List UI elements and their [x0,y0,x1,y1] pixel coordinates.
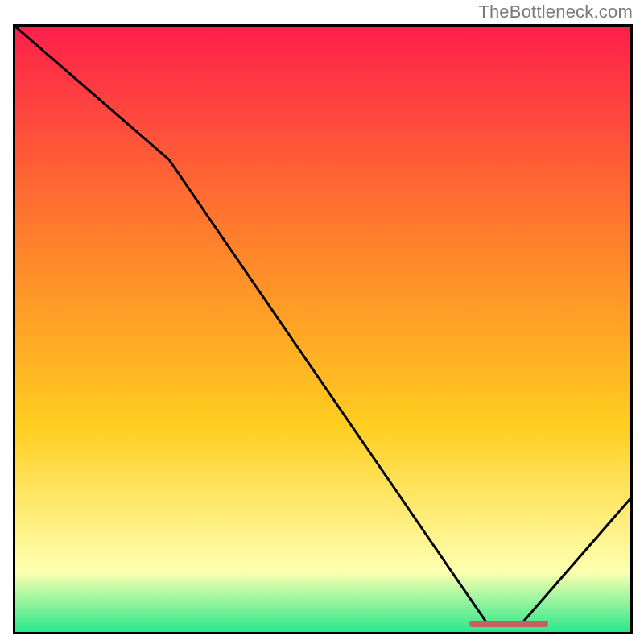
plot-area [13,24,633,634]
optimal-range-marker [469,621,549,627]
gradient-fill [15,27,630,632]
chart-stage: TheBottleneck.com [0,0,644,644]
watermark-text: TheBottleneck.com [478,2,633,23]
plot-svg [15,27,630,632]
